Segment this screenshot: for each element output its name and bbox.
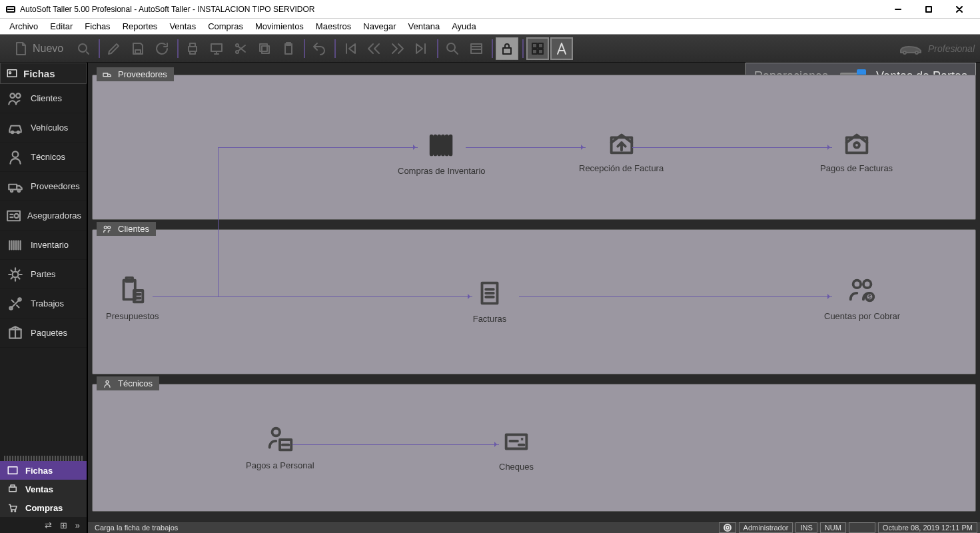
people-icon xyxy=(5,90,25,107)
titlebar: AutoSoft Taller 5.00 Profesional - AutoS… xyxy=(0,0,980,19)
toolbar-last-button[interactable] xyxy=(410,37,433,60)
letter-a-icon xyxy=(554,41,570,57)
toolbar-nuevo-button[interactable]: Nuevo xyxy=(5,37,71,60)
status-hint: Carga la ficha de trabajos xyxy=(91,524,716,532)
gear-icon xyxy=(5,266,25,283)
menu-compras[interactable]: Compras xyxy=(203,20,248,33)
toolbar-paste-button[interactable] xyxy=(277,37,300,60)
close-button[interactable] xyxy=(944,0,975,19)
swap-icon[interactable]: ⇄ xyxy=(45,520,52,530)
toolbar-grid-button[interactable] xyxy=(526,37,549,60)
toolbar-lock-button[interactable] xyxy=(496,37,518,60)
sidebar-item-label: Paquetes xyxy=(31,328,67,338)
barcode-icon xyxy=(424,130,459,161)
cheque-icon xyxy=(499,426,534,456)
menu-ventana[interactable]: Ventana xyxy=(402,20,445,33)
menu-archivo[interactable]: Archivo xyxy=(4,20,43,33)
node-label: Presupuestos xyxy=(106,311,159,321)
svg-point-42 xyxy=(11,511,13,512)
menu-fichas[interactable]: Fichas xyxy=(79,20,115,33)
toolbar-first-button[interactable] xyxy=(338,37,361,60)
sidebar-item-partes[interactable]: Partes xyxy=(0,260,87,289)
sidebar-tab-ventas[interactable]: Ventas xyxy=(0,480,87,498)
menu-navegar[interactable]: Navegar xyxy=(358,20,401,33)
toolbar-font-button[interactable] xyxy=(550,37,573,60)
chevron-right-icon[interactable]: » xyxy=(75,520,80,530)
menu-reportes[interactable]: Reportes xyxy=(117,20,163,33)
panel-tecnicos: Técnicos Pagos a Personal Cheques xyxy=(92,384,976,512)
svg-rect-40 xyxy=(9,487,17,492)
svg-rect-39 xyxy=(8,467,17,474)
toolbar-list-button[interactable] xyxy=(465,37,488,60)
clipboard-calc-icon xyxy=(115,275,150,306)
node-presupuestos[interactable]: Presupuestos xyxy=(106,275,159,321)
svg-point-48 xyxy=(104,226,107,229)
node-compras-inventario[interactable]: Compras de Inventario xyxy=(398,130,486,176)
sidebar-tab-compras[interactable]: Compras xyxy=(0,498,87,517)
package-icon xyxy=(5,324,25,342)
sidebar-item-proveedores[interactable]: Proveedores xyxy=(0,172,87,201)
svg-text:$: $ xyxy=(868,293,872,300)
rewind-icon xyxy=(366,41,382,57)
panel-proveedores: Proveedores Compras de Inventario Recepc… xyxy=(92,75,976,220)
sidebar-item-clientes[interactable]: Clientes xyxy=(0,84,87,113)
svg-point-59 xyxy=(272,428,280,436)
sidebar-item-paquetes[interactable]: Paquetes xyxy=(0,318,87,348)
new-document-icon xyxy=(13,41,29,57)
toolbar-next-button[interactable] xyxy=(386,37,409,60)
toolbar-screen-button[interactable] xyxy=(205,37,228,60)
sidebar-item-vehiculos[interactable]: Vehículos xyxy=(0,113,87,143)
print-icon xyxy=(7,483,19,495)
person-pay-icon xyxy=(262,424,297,455)
svg-rect-11 xyxy=(260,44,267,51)
tree-icon[interactable]: ⊞ xyxy=(60,520,67,530)
node-cuentas-cobrar[interactable]: $ Cuentas por Cobrar xyxy=(824,275,900,321)
maximize-button[interactable] xyxy=(913,0,944,19)
toolbar-undo-button[interactable] xyxy=(308,37,330,60)
toolbar-search-button[interactable] xyxy=(441,37,464,60)
sidebar-item-aseguradoras[interactable]: Aseguradoras xyxy=(0,201,87,231)
node-cheques[interactable]: Cheques xyxy=(499,426,534,472)
toolbar-new-ring-button[interactable] xyxy=(72,37,95,60)
menu-ayuda[interactable]: Ayuda xyxy=(446,20,482,33)
toolbar-refresh-button[interactable] xyxy=(151,37,173,60)
person-icon xyxy=(5,149,25,166)
sidebar-splitter[interactable] xyxy=(4,456,83,461)
sidebar-tab-fichas[interactable]: Fichas xyxy=(0,461,87,480)
refresh-icon xyxy=(154,41,170,57)
sidebar-bottom-tabs: Fichas Ventas Compras xyxy=(0,461,87,517)
sidebar-item-inventario[interactable]: Inventario xyxy=(0,231,87,260)
sidebar-header[interactable]: Fichas xyxy=(0,63,87,84)
toolbar-copy-button[interactable] xyxy=(253,37,276,60)
node-recepcion-factura[interactable]: Recepción de Factura xyxy=(579,127,664,173)
toolbar-prev-button[interactable] xyxy=(362,37,385,60)
car-icon xyxy=(5,119,25,137)
sidebar-item-trabajos[interactable]: Trabajos xyxy=(0,289,87,318)
node-facturas[interactable]: Facturas xyxy=(472,278,507,324)
barcode-icon xyxy=(5,237,25,254)
toolbar-save-button[interactable] xyxy=(127,37,149,60)
search-icon xyxy=(444,41,460,57)
menu-editar[interactable]: Editar xyxy=(45,20,78,33)
toolbar-print-button[interactable] xyxy=(181,37,204,60)
node-pagos-facturas[interactable]: Pagos de Facturas xyxy=(820,127,893,173)
people-money-icon: $ xyxy=(845,275,879,306)
lock-icon xyxy=(499,41,515,57)
sidebar-item-tecnicos[interactable]: Técnicos xyxy=(0,143,87,172)
status-datetime: Octubre 08, 2019 12:11 PM xyxy=(878,522,977,533)
svg-point-63 xyxy=(726,526,729,529)
invoice-icon xyxy=(472,278,507,308)
node-label: Recepción de Factura xyxy=(579,163,664,173)
sidebar-item-label: Técnicos xyxy=(31,152,65,162)
menu-maestros[interactable]: Maestros xyxy=(310,20,356,33)
menu-movimientos[interactable]: Movimientos xyxy=(250,20,309,33)
app-icon xyxy=(5,4,16,15)
svg-rect-20 xyxy=(538,49,543,54)
toolbar-edit-button[interactable] xyxy=(103,37,125,60)
svg-rect-17 xyxy=(532,43,537,48)
menu-ventas[interactable]: Ventas xyxy=(164,20,201,33)
node-pagos-personal[interactable]: Pagos a Personal xyxy=(246,424,314,470)
svg-point-55 xyxy=(863,280,871,288)
toolbar-cut-button[interactable] xyxy=(229,37,252,60)
minimize-button[interactable] xyxy=(883,0,913,19)
